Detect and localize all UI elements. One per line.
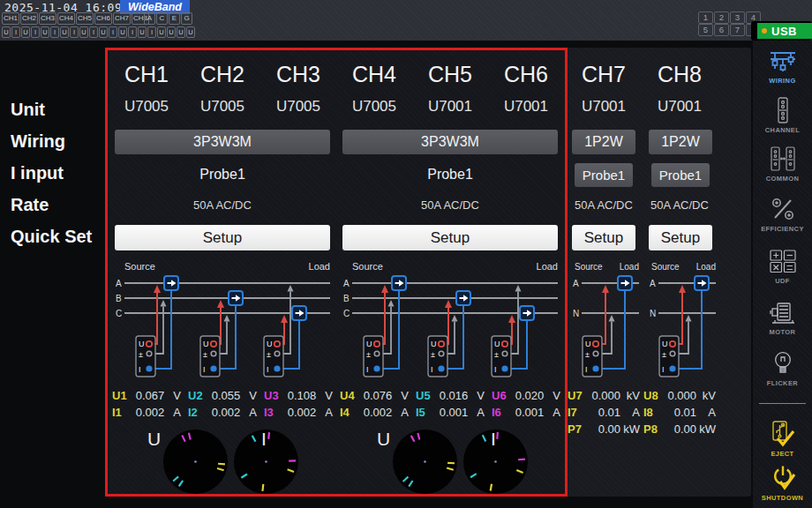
svg-text:U: U xyxy=(494,340,500,348)
wiring-mode-button-ch7[interactable]: 1P2W xyxy=(572,130,635,154)
phasor-circle-u-g2 xyxy=(392,429,458,495)
phasor-u-label-g2: U xyxy=(377,429,390,450)
wiring-diagram-1p2w: Source Load A N U ± I xyxy=(570,258,643,384)
reading-i6: I60.001A xyxy=(488,405,564,420)
input-terminal-box: U ± I xyxy=(136,336,155,377)
sidebar-item-label: MOTOR xyxy=(753,328,812,336)
channel-tab[interactable]: CH7 xyxy=(113,12,131,25)
svg-text:I: I xyxy=(366,365,369,374)
wiring-mode-button-ch8[interactable]: 1P2W xyxy=(649,130,712,154)
slot-indicator: 5 xyxy=(698,24,713,36)
svg-text:±: ± xyxy=(203,350,207,359)
sidebar-item-channel[interactable]: CHANNEL xyxy=(753,97,812,134)
ui-indicator: U xyxy=(79,26,88,38)
rate-label-g1: 50A AC/DC xyxy=(115,198,330,212)
rate-label-ch7: 50A AC/DC xyxy=(566,198,642,212)
svg-text:B: B xyxy=(116,294,122,303)
ui-indicator: I xyxy=(50,26,59,38)
ui-indicator: U xyxy=(157,26,166,38)
menu-item-rate[interactable]: Rate xyxy=(11,195,49,215)
ui-indicator: I xyxy=(109,26,117,38)
channel-header-ch6: CH6 xyxy=(488,62,564,87)
shutdown-power-icon xyxy=(770,465,796,491)
svg-text:A: A xyxy=(343,279,350,288)
wiring-mode-button-g2[interactable]: 3P3W3M xyxy=(342,130,558,154)
svg-text:C: C xyxy=(343,309,350,318)
sidebar-item-common[interactable]: COMMON xyxy=(753,146,812,183)
channel-tab[interactable]: CH3 xyxy=(39,12,56,25)
phasor-u-label-g1: U xyxy=(147,429,161,450)
ui-indicator: U xyxy=(60,26,69,38)
reading-i2: I20.002A xyxy=(184,405,260,420)
menu-item-wiring[interactable]: Wiring xyxy=(11,131,65,152)
current-sensor-icon xyxy=(229,291,243,305)
channel-header-ch4: CH4 xyxy=(336,62,412,87)
svg-text:U: U xyxy=(662,340,668,348)
sidebar-item-label: CHANNEL xyxy=(753,126,812,134)
svg-text:I: I xyxy=(585,365,588,374)
group-tab[interactable]: C xyxy=(156,12,168,25)
sidebar-item-shutdown[interactable]: SHUTDOWN xyxy=(753,465,812,502)
sidebar-item-label: COMMON xyxy=(753,175,812,183)
ui-indicator: U xyxy=(186,26,195,38)
channel-tab[interactable]: CH5 xyxy=(76,12,94,25)
slot-indicator: 6 xyxy=(714,24,729,36)
svg-text:N: N xyxy=(573,309,579,318)
sidebar-item-eject[interactable]: EJECT xyxy=(753,421,812,458)
svg-text:A: A xyxy=(650,279,656,288)
reading-u5: U50.016V xyxy=(412,388,488,403)
setup-button-g1[interactable]: Setup xyxy=(115,225,330,250)
efficiency-percent-icon xyxy=(770,196,796,222)
setup-button-g2[interactable]: Setup xyxy=(342,225,558,250)
group-tab[interactable]: A xyxy=(144,12,155,25)
sidebar-item-wiring[interactable]: WIRING xyxy=(753,48,812,85)
sidebar-item-flicker[interactable]: FLICKER xyxy=(753,350,812,387)
setup-button-ch7[interactable]: Setup xyxy=(572,225,635,250)
probe-button-ch8[interactable]: Probe1 xyxy=(651,163,710,187)
svg-text:C: C xyxy=(116,309,122,318)
sidebar-item-label: UDF xyxy=(753,277,812,285)
ui-indicator: U xyxy=(177,26,185,38)
svg-text:U: U xyxy=(431,340,437,348)
sidebar-item-motor[interactable]: MOTOR xyxy=(753,299,812,336)
current-sensor-icon xyxy=(456,291,470,305)
svg-text:I: I xyxy=(267,365,269,374)
svg-text:±: ± xyxy=(662,350,666,359)
diagram-ch8: Source Load A N U ± I xyxy=(647,258,719,387)
group-tab[interactable]: E xyxy=(169,12,180,25)
menu-item-i-input[interactable]: I input xyxy=(11,163,64,183)
channel-header-ch8: CH8 xyxy=(642,62,718,87)
input-terminal-box: U ± I xyxy=(428,336,447,377)
svg-text:±: ± xyxy=(139,350,143,359)
input-terminal-box: U ± I xyxy=(659,336,679,377)
wiring-icon xyxy=(770,48,796,74)
svg-text:U: U xyxy=(139,340,145,348)
usb-activity-dot xyxy=(762,28,767,34)
channel-tab[interactable]: CH2 xyxy=(20,12,38,25)
sidebar-item-udf[interactable]: UDF xyxy=(753,248,812,285)
svg-text:U: U xyxy=(366,340,372,348)
probe-button-ch7[interactable]: Probe1 xyxy=(575,163,633,187)
reading-u4: U40.076V xyxy=(336,388,412,403)
reading-i7: I70.01A xyxy=(566,405,642,420)
setup-button-ch8[interactable]: Setup xyxy=(649,225,712,250)
svg-text:±: ± xyxy=(267,350,271,359)
group-tab-row: ACEG xyxy=(144,12,192,25)
menu-item-quick-set[interactable]: Quick Set xyxy=(11,227,92,247)
ui-indicator: I xyxy=(128,26,137,38)
channel-unit-ch5: U7001 xyxy=(412,98,488,116)
menu-item-unit[interactable]: Unit xyxy=(11,100,45,120)
channel-header-ch7: CH7 xyxy=(566,62,642,87)
channel-tab[interactable]: CH6 xyxy=(94,12,112,25)
group-tab[interactable]: G xyxy=(181,12,192,25)
svg-text:I: I xyxy=(494,365,497,374)
channel-unit-ch4: U7005 xyxy=(336,98,412,116)
current-sensor-icon xyxy=(520,306,534,320)
svg-text:I: I xyxy=(662,365,665,374)
channel-tab[interactable]: CH1 xyxy=(2,12,19,25)
channel-unit-ch7: U7001 xyxy=(566,98,642,116)
sidebar-item-efficiency[interactable]: EFFICIENCY xyxy=(753,196,812,233)
channel-tab[interactable]: CH4 xyxy=(57,12,75,25)
diagram-group1: Source Load A B C U ± I U xyxy=(113,258,334,387)
wiring-mode-button-g1[interactable]: 3P3W3M xyxy=(115,130,330,154)
